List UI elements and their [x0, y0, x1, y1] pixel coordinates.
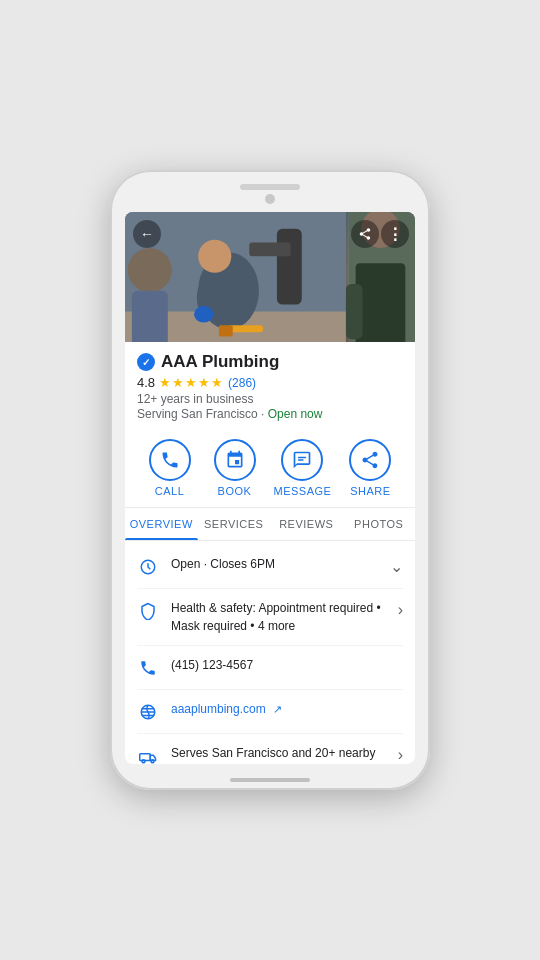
location-text: Serving San Francisco	[137, 407, 258, 421]
svg-rect-15	[356, 263, 406, 342]
back-button[interactable]: ←	[133, 220, 161, 248]
share-icon-circle	[349, 439, 391, 481]
book-button[interactable]: BOOK	[209, 439, 261, 497]
hours-row[interactable]: Open · Closes 6PM ⌄	[137, 545, 403, 589]
hours-chevron: ⌄	[390, 557, 403, 576]
years-in-business: 12+ years in business	[137, 392, 403, 406]
info-section: Open · Closes 6PM ⌄ Health & safety: App…	[137, 541, 403, 764]
verified-icon: ✓	[137, 353, 155, 371]
external-link-icon: ↗	[273, 703, 282, 715]
svg-rect-11	[219, 325, 233, 336]
svg-rect-21	[140, 754, 151, 761]
message-label: MESSAGE	[274, 485, 332, 497]
svg-rect-17	[298, 457, 306, 459]
website-text: aaaplumbing.com ↗	[171, 700, 403, 718]
content-area: ✓ AAA Plumbing 4.8 ★★★★★ (286) 12+ years…	[125, 342, 415, 764]
phone-icon	[160, 450, 180, 470]
phone-shell: ← ⋮ ✓ AAA Plumbing	[110, 170, 430, 790]
truck-icon	[137, 745, 159, 764]
svg-point-7	[194, 306, 213, 323]
business-name-row: ✓ AAA Plumbing	[137, 352, 403, 372]
phone-speaker	[240, 184, 300, 190]
svg-rect-2	[277, 229, 302, 305]
phone-row[interactable]: (415) 123-4567	[137, 646, 403, 690]
rating-stars: ★★★★★	[159, 375, 224, 390]
tabs: OVERVIEW SERVICES REVIEWS PHOTOS	[125, 508, 415, 541]
call-label: CALL	[155, 485, 185, 497]
tab-services[interactable]: SERVICES	[198, 508, 271, 540]
share-icon	[358, 227, 372, 241]
share-action-icon	[360, 450, 380, 470]
book-label: BOOK	[218, 485, 252, 497]
svg-rect-3	[249, 242, 290, 256]
rating-row: 4.8 ★★★★★ (286)	[137, 375, 403, 390]
share-action-button[interactable]: SHARE	[344, 439, 396, 497]
svg-point-5	[198, 240, 231, 273]
tab-reviews[interactable]: REVIEWS	[270, 508, 343, 540]
phone-text: (415) 123-4567	[171, 656, 403, 674]
action-buttons: CALL BOOK	[125, 431, 415, 508]
call-button[interactable]: CALL	[144, 439, 196, 497]
book-icon-circle	[214, 439, 256, 481]
business-name: AAA Plumbing	[161, 352, 279, 372]
call-icon-circle	[149, 439, 191, 481]
hero-image: ← ⋮	[125, 212, 415, 342]
calendar-icon	[225, 450, 245, 470]
review-count[interactable]: (286)	[228, 376, 256, 390]
phone-camera	[265, 194, 275, 204]
rating-number: 4.8	[137, 375, 155, 390]
more-icon: ⋮	[387, 225, 403, 244]
phone-info-icon	[137, 657, 159, 679]
globe-icon	[137, 701, 159, 723]
svg-rect-18	[298, 459, 304, 461]
open-status: Open now	[268, 407, 323, 421]
status-row: Serving San Francisco · Open now	[137, 407, 403, 421]
more-button[interactable]: ⋮	[381, 220, 409, 248]
svg-point-8	[128, 248, 172, 292]
message-button[interactable]: MESSAGE	[274, 439, 332, 497]
message-icon	[292, 450, 312, 470]
shield-icon	[137, 600, 159, 622]
health-safety-chevron: ›	[398, 601, 403, 619]
service-area-row[interactable]: Serves San Francisco and 20+ nearby area…	[137, 734, 403, 764]
svg-rect-10	[229, 325, 264, 332]
website-row[interactable]: aaaplumbing.com ↗	[137, 690, 403, 734]
message-icon-circle	[281, 439, 323, 481]
tab-overview[interactable]: OVERVIEW	[125, 508, 198, 540]
phone-home-indicator	[230, 778, 310, 782]
service-area-text: Serves San Francisco and 20+ nearby area…	[171, 744, 386, 764]
screen: ← ⋮ ✓ AAA Plumbing	[125, 212, 415, 764]
clock-icon	[137, 556, 159, 578]
health-safety-text: Health & safety: Appointment required • …	[171, 599, 386, 635]
hours-text: Open · Closes 6PM	[171, 555, 378, 573]
health-safety-row[interactable]: Health & safety: Appointment required • …	[137, 589, 403, 646]
tab-photos[interactable]: PHOTOS	[343, 508, 416, 540]
service-area-chevron: ›	[398, 746, 403, 764]
back-icon: ←	[140, 226, 154, 242]
share-label: SHARE	[350, 485, 390, 497]
svg-rect-9	[132, 291, 168, 342]
svg-rect-16	[346, 284, 363, 339]
hero-share-button[interactable]	[351, 220, 379, 248]
